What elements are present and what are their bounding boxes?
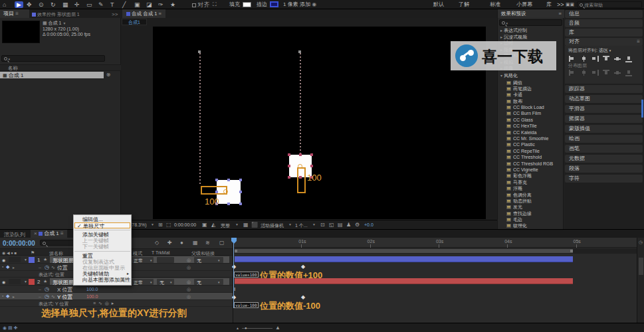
- tool-home[interactable]: ⌂: [3, 1, 6, 8]
- tab-project[interactable]: 项目 ≡: [0, 9, 29, 18]
- layer-twirl-icon[interactable]: ▼: [24, 258, 27, 262]
- menu-item-关键帧辅助[interactable]: 关键帧辅助▸: [74, 271, 131, 277]
- panel-库[interactable]: 库: [565, 29, 643, 37]
- tool-zoom[interactable]: ⊙: [39, 1, 44, 8]
- comp-timecode[interactable]: 0:00:00:00: [174, 222, 196, 227]
- parent-pickwhip-icon[interactable]: ◎: [187, 258, 191, 263]
- fx-item[interactable]: CC RepeTile: [498, 148, 564, 154]
- workspace-2[interactable]: 了解: [459, 1, 469, 8]
- pickwhip-icon[interactable]: ◎: [187, 265, 191, 270]
- selection-handle[interactable]: [310, 165, 313, 167]
- workspace-menu-icon[interactable]: ▣▣: [566, 1, 574, 8]
- stopwatch-icon[interactable]: ◷: [45, 264, 49, 270]
- tool-pan-behind[interactable]: ✛: [74, 1, 80, 8]
- panel-align[interactable]: 对齐≡: [565, 38, 643, 46]
- workspace-4[interactable]: 小屏幕: [516, 1, 532, 8]
- video-toggle-icon[interactable]: ◉: [2, 280, 5, 284]
- workspace-overflow[interactable]: >>: [557, 1, 564, 8]
- tab-effects-presets[interactable]: 效果和预设 ≡: [498, 9, 564, 18]
- quality-icon[interactable]: ★: [43, 279, 47, 284]
- draft3d-icon[interactable]: ✚: [167, 240, 172, 246]
- comp-mini-flowchart-icon[interactable]: ◇: [155, 240, 159, 246]
- zoom-knob[interactable]: ●: [245, 326, 247, 330]
- property-row[interactable]: ‒◷X 位置100.0◎: [0, 286, 233, 293]
- roi-icon[interactable]: ▦: [243, 222, 249, 228]
- menu-item-重置[interactable]: 重置: [74, 253, 131, 259]
- transparency-grid-icon[interactable]: ⬛: [251, 222, 258, 228]
- timeline-icon[interactable]: ▤: [338, 222, 343, 228]
- property-row[interactable]: ●◆▸‒◷∿Y 位置100.0◎: [0, 293, 233, 300]
- fx-item[interactable]: CC Mr. Smoothie: [498, 135, 564, 141]
- distribute-icon-2[interactable]: [591, 70, 598, 76]
- view-layout-select[interactable]: 1 个...: [295, 222, 308, 229]
- expand-icon[interactable]: ⛶: [213, 1, 217, 8]
- selection-handle[interactable]: [239, 203, 242, 205]
- expression-icons[interactable]: ≡ ∿ ◎ ▸: [93, 301, 114, 306]
- fx-item[interactable]: 彩色浮雕: [498, 173, 564, 179]
- expression-field-2[interactable]: value-100: [234, 302, 259, 308]
- zoom-in-mountain-icon[interactable]: ▲: [275, 325, 280, 331]
- panel-蒙版插值[interactable]: 蒙版插值: [565, 125, 643, 133]
- fx-category[interactable]: ▸沉浸式视频: [498, 34, 564, 41]
- pixel-aspect-icon[interactable]: ⊡: [320, 222, 325, 228]
- toggle-switches-icon[interactable]: ◉ ▤ ✚: [3, 325, 17, 331]
- snap-checkbox[interactable]: 对齐: [192, 1, 210, 8]
- flowchart-icon[interactable]: ♟: [346, 222, 351, 228]
- selection-handle[interactable]: [227, 203, 230, 205]
- expression-row[interactable]: 表达式: Y 位置≡ ∿ ◎ ▸: [0, 300, 233, 307]
- menu-item-单独尺寸[interactable]: 单独尺寸✓: [74, 222, 130, 228]
- panel-摇摆器[interactable]: 摇摆器: [565, 115, 643, 123]
- fx-item[interactable]: 浮雕: [498, 185, 564, 191]
- menu-item-添加关键帧[interactable]: 添加关键帧: [74, 232, 131, 238]
- fx-item[interactable]: 查找边缘: [498, 210, 564, 216]
- menu-item-向基本图形添加属性[interactable]: 向基本图形添加属性: [74, 277, 131, 283]
- align-icon-0[interactable]: [569, 56, 576, 62]
- tool-selection[interactable]: ▶: [15, 1, 23, 8]
- menu-item-仅复制表达式[interactable]: 仅复制表达式: [74, 259, 131, 265]
- col-trkmat[interactable]: T TrkMat: [152, 250, 169, 255]
- exposure-reset-icon[interactable]: ⚙: [355, 222, 360, 228]
- layer-twirl-icon[interactable]: ▼: [24, 280, 27, 284]
- stroke-width[interactable]: 1 像素: [283, 1, 298, 8]
- tool-camera-pan[interactable]: ▦: [62, 1, 68, 8]
- workspace-3[interactable]: 标准: [490, 1, 500, 8]
- tool-clone-stamp[interactable]: ▣: [134, 1, 140, 8]
- selection-handle[interactable]: [299, 153, 302, 156]
- fx-item[interactable]: 阈值: [498, 80, 564, 86]
- fx-item[interactable]: CC Block Load: [498, 104, 564, 110]
- tool-type[interactable]: T: [110, 1, 114, 8]
- layer-color-chip[interactable]: [29, 279, 35, 285]
- frame-blend-icon[interactable]: ▦: [193, 240, 198, 246]
- stroke-swatch[interactable]: [270, 1, 278, 7]
- selection-handle[interactable]: [239, 191, 242, 193]
- tab-timeline-comp[interactable]: × 合成 1 ≡: [31, 230, 67, 238]
- keyframe-nav-icon[interactable]: ◆: [6, 264, 9, 270]
- fx-item[interactable]: 动态拼贴: [498, 198, 564, 204]
- tool-hand[interactable]: ✥: [27, 1, 32, 8]
- panel-绘画[interactable]: 绘画: [565, 135, 643, 143]
- layer-color-chip[interactable]: [29, 257, 35, 263]
- selection-handle[interactable]: [288, 153, 290, 156]
- project-comp-title[interactable]: ▦ 合成 1 ▼: [43, 21, 90, 27]
- workspace-5[interactable]: 库: [546, 1, 552, 8]
- tool-orbit[interactable]: ↻: [51, 1, 56, 8]
- fx-item[interactable]: CC Threshold RGB: [498, 161, 564, 167]
- fx-item[interactable]: 马赛克: [498, 179, 564, 185]
- tool-eraser[interactable]: ◪: [146, 1, 152, 8]
- stroke-label[interactable]: 描边: [257, 1, 267, 8]
- path-endpoint-left[interactable]: [198, 50, 201, 53]
- tool-pen[interactable]: ✎: [98, 1, 104, 8]
- selection-handle[interactable]: [288, 176, 290, 179]
- pickwhip-icon[interactable]: ◎: [187, 287, 191, 292]
- panel-字符[interactable]: 字符: [565, 175, 643, 183]
- fx-item[interactable]: CC Threshold: [498, 154, 564, 160]
- keyframe-nav-icon[interactable]: ◆: [6, 293, 9, 299]
- layer-bar-1[interactable]: [235, 256, 573, 262]
- timeline-timecode[interactable]: 0:00:00:00: [3, 240, 35, 247]
- keyframe[interactable]: ◆: [232, 295, 236, 300]
- distribute-icon-1[interactable]: [580, 70, 587, 76]
- property-value[interactable]: 100.0: [86, 287, 98, 291]
- zoom-level[interactable]: (78.3%): [130, 222, 147, 227]
- search-help-input[interactable]: 搜索帮助: [577, 1, 642, 8]
- menu-item-下一关键帧[interactable]: 下一关键帧: [74, 244, 131, 250]
